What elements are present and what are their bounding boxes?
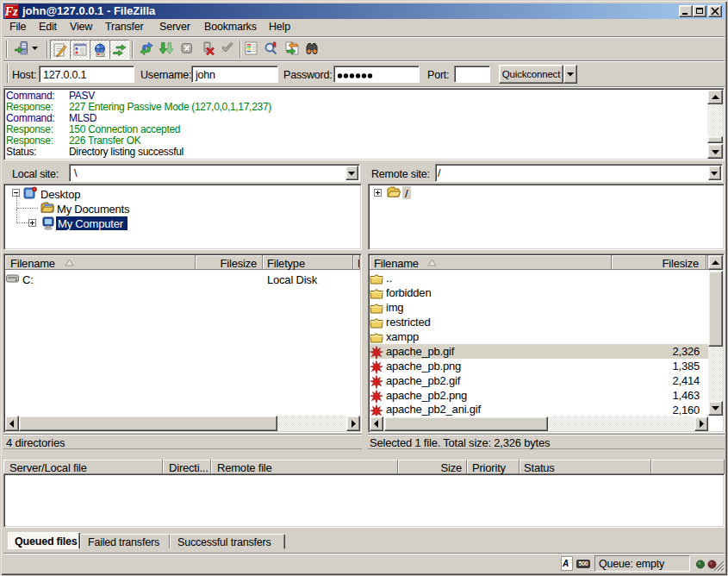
svg-text:Fz: Fz	[4, 4, 18, 18]
